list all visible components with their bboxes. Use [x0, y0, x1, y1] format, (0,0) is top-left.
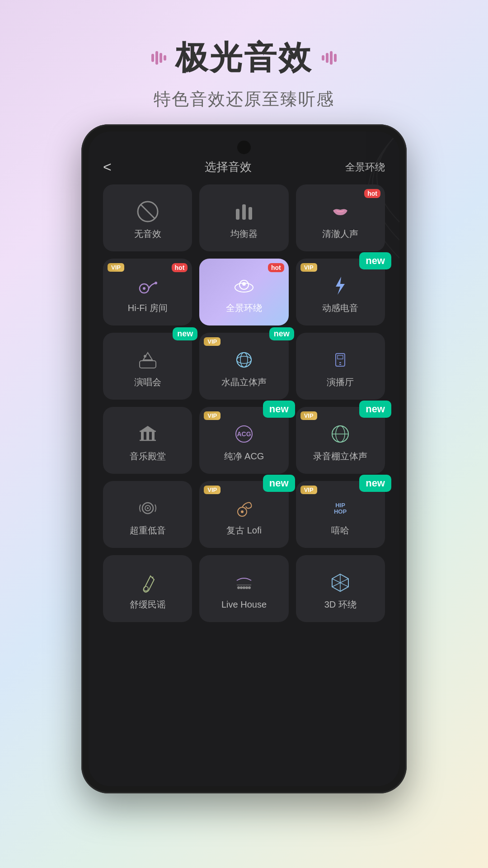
svg-rect-2	[236, 209, 239, 220]
screen-title: 选择音效	[205, 159, 252, 175]
svg-rect-4	[249, 207, 252, 220]
vip-badge: VIP	[300, 411, 317, 420]
equalizer-icon	[232, 200, 256, 223]
effect-equalizer[interactable]: 均衡器	[199, 184, 288, 251]
effect-dynamic-bass-label: 动感电音	[322, 302, 358, 314]
vip-badge: VIP	[204, 486, 221, 494]
active-mode-label: 全景环绕	[345, 160, 385, 174]
vip-badge: VIP	[300, 263, 317, 272]
effect-hifi-room[interactable]: VIP hot Hi-Fi 房间	[103, 259, 192, 326]
svg-rect-24	[152, 431, 155, 440]
vip-badge: VIP	[204, 337, 221, 346]
new-badge: new	[359, 401, 391, 418]
hiphop-icon: HIP HOP	[328, 496, 352, 520]
effect-studio-stereo-label: 录音棚立体声	[313, 450, 367, 462]
guitar-icon	[136, 571, 160, 594]
svg-point-13	[144, 355, 146, 358]
svg-point-36	[241, 510, 244, 513]
pillars-icon	[136, 422, 160, 446]
broadcast-icon	[328, 348, 352, 372]
effect-pure-acg-label: 纯净 ACG	[224, 450, 264, 462]
svg-point-44	[243, 586, 245, 589]
effect-none-label: 无音效	[134, 228, 161, 240]
hot-badge: hot	[364, 189, 380, 198]
back-button[interactable]: <	[103, 159, 112, 175]
svg-point-16	[240, 353, 248, 367]
effect-equalizer-label: 均衡器	[230, 228, 258, 240]
svg-point-46	[248, 586, 251, 589]
effect-dynamic-bass[interactable]: VIP new 动感电音	[296, 259, 385, 326]
new-badge: new	[263, 401, 295, 418]
header-section: 极光音效 特色音效还原至臻听感	[151, 0, 337, 124]
vip-badge: VIP	[300, 486, 317, 494]
studio-icon	[328, 422, 352, 446]
svg-point-10	[242, 282, 246, 286]
new-badge: new	[359, 252, 391, 269]
left-wave-icon	[151, 51, 166, 65]
effect-studio-stereo[interactable]: VIP new 录音棚立体声	[296, 407, 385, 474]
vip-badge: VIP	[204, 411, 221, 420]
svg-text:ACG: ACG	[237, 430, 251, 438]
hot-badge: hot	[268, 263, 284, 272]
svg-rect-22	[141, 431, 144, 440]
effect-heavy-bass[interactable]: 超重低音	[103, 481, 192, 548]
svg-text:HIP: HIP	[335, 502, 345, 509]
effect-live-house-label: Live House	[221, 599, 267, 610]
phone-frame: < 选择音效 全景环绕 无音效	[81, 124, 407, 793]
effects-grid: 无音效 均衡器 hot	[101, 184, 387, 622]
svg-rect-11	[140, 361, 156, 368]
effect-folk[interactable]: 舒缓民谣	[103, 555, 192, 622]
panorama-icon	[232, 274, 256, 297]
phone-screen: < 选择音效 全景环绕 无音效	[89, 132, 399, 786]
livehouse-icon	[232, 571, 256, 595]
svg-point-15	[237, 356, 251, 363]
app-subtitle: 特色音效还原至臻听感	[151, 88, 337, 111]
svg-point-14	[237, 353, 251, 367]
effect-concert-label: 演唱会	[134, 376, 161, 388]
effect-crystal-stereo-label: 水晶立体声	[221, 376, 267, 388]
effect-panorama-label: 全景环绕	[226, 302, 262, 314]
app-title: 极光音效	[175, 36, 313, 80]
effect-hiphop[interactable]: VIP new HIP HOP 嘻哈	[296, 481, 385, 548]
right-wave-icon	[322, 51, 337, 65]
diamond-icon	[232, 348, 256, 372]
svg-rect-23	[146, 431, 149, 440]
camera-notch	[237, 141, 251, 154]
effect-clear-voice-label: 清澈人声	[322, 228, 358, 240]
effect-crystal-stereo[interactable]: VIP new 水晶立体声	[199, 333, 288, 400]
effect-hiphop-label: 嘻哈	[331, 524, 349, 537]
main-title: 极光音效	[151, 36, 337, 80]
svg-rect-18	[338, 355, 343, 359]
effect-clear-voice[interactable]: hot 清澈人声	[296, 184, 385, 251]
new-badge: new	[359, 475, 391, 492]
svg-point-34	[147, 507, 149, 509]
effect-heavy-bass-label: 超重低音	[130, 524, 166, 537]
svg-rect-3	[242, 204, 246, 220]
hifi-icon	[136, 274, 160, 297]
svg-point-6	[143, 287, 145, 290]
effect-folk-label: 舒缓民谣	[130, 599, 166, 611]
side-button	[406, 305, 407, 350]
new-badge: new	[269, 327, 294, 340]
acg-icon: ACG	[232, 422, 256, 446]
concert-icon	[136, 348, 160, 372]
effect-broadcast[interactable]: 演播厅	[296, 333, 385, 400]
hot-badge: hot	[172, 263, 188, 272]
effect-retro-lofi-label: 复古 Lofi	[226, 524, 262, 537]
svg-point-7	[155, 282, 157, 284]
effect-live-house[interactable]: Live House	[199, 555, 288, 622]
effect-music-hall[interactable]: 音乐殿堂	[103, 407, 192, 474]
lightning-icon	[328, 274, 352, 297]
svg-point-43	[240, 586, 243, 589]
svg-point-45	[245, 586, 248, 589]
effect-pure-acg[interactable]: VIP new ACG 纯净 ACG	[199, 407, 288, 474]
effect-music-hall-label: 音乐殿堂	[130, 450, 166, 462]
effect-3d-surround[interactable]: 3D 环绕	[296, 555, 385, 622]
effect-none[interactable]: 无音效	[103, 184, 192, 251]
effect-panorama[interactable]: hot 全景环绕	[199, 259, 288, 326]
effect-retro-lofi[interactable]: VIP new 复古 Lofi	[199, 481, 288, 548]
lips-icon	[328, 200, 352, 223]
effect-concert[interactable]: new 演唱会	[103, 333, 192, 400]
new-badge: new	[263, 475, 295, 492]
svg-line-40	[152, 577, 153, 578]
